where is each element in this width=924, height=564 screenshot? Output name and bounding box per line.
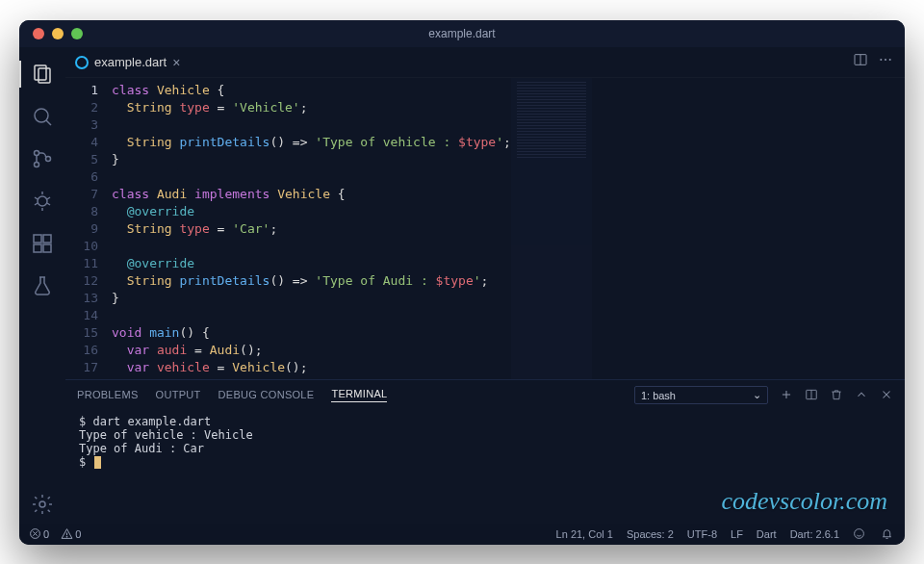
editor-actions	[853, 47, 905, 77]
svg-line-12	[35, 203, 38, 205]
dart-file-icon	[75, 56, 89, 69]
status-bar: 0 0 Ln 21, Col 1 Spaces: 2 UTF-8 LF Dart…	[19, 524, 905, 545]
svg-line-10	[35, 197, 38, 199]
kill-terminal-icon[interactable]	[830, 388, 843, 403]
status-encoding[interactable]: UTF-8	[687, 528, 717, 540]
panel-close-icon[interactable]	[880, 388, 893, 403]
svg-rect-17	[43, 235, 51, 243]
split-terminal-icon[interactable]	[805, 388, 818, 403]
split-editor-icon[interactable]	[853, 52, 868, 71]
svg-point-5	[35, 162, 39, 167]
status-language[interactable]: Dart	[757, 528, 777, 540]
status-errors[interactable]: 0	[29, 527, 49, 540]
notifications-icon[interactable]	[881, 527, 895, 540]
editor-main: example.dart × 1234567891011121314151617…	[65, 47, 905, 524]
explorer-icon[interactable]	[19, 55, 65, 93]
svg-point-35	[855, 529, 864, 539]
svg-rect-15	[34, 244, 41, 252]
panel-maximize-icon[interactable]	[855, 388, 868, 403]
search-icon[interactable]	[19, 97, 65, 136]
svg-point-18	[39, 501, 45, 507]
svg-point-4	[35, 150, 39, 155]
panel-tabs: PROBLEMS OUTPUT DEBUG CONSOLE TERMINAL 1…	[65, 380, 905, 411]
svg-line-13	[47, 197, 50, 199]
activity-bar	[19, 47, 65, 524]
code-editor[interactable]: 1234567891011121314151617181920 class Ve…	[65, 78, 905, 379]
bottom-panel: PROBLEMS OUTPUT DEBUG CONSOLE TERMINAL 1…	[65, 379, 905, 524]
chevron-down-icon: ⌄	[753, 389, 761, 401]
minimap[interactable]	[511, 78, 592, 379]
maximize-window-button[interactable]	[71, 28, 83, 39]
code-content[interactable]: class Vehicle { String type = 'Vehicle';…	[112, 78, 511, 379]
panel-tab-terminal[interactable]: TERMINAL	[331, 388, 387, 402]
svg-point-6	[46, 156, 51, 161]
status-indentation[interactable]: Spaces: 2	[627, 528, 674, 540]
debug-icon[interactable]	[19, 182, 65, 220]
minimize-window-button[interactable]	[52, 28, 64, 39]
flask-icon[interactable]	[19, 267, 65, 305]
svg-rect-14	[34, 235, 41, 243]
svg-point-23	[889, 59, 891, 61]
svg-point-22	[885, 59, 886, 61]
svg-point-7	[38, 196, 47, 206]
editor-tabs: example.dart ×	[65, 47, 905, 78]
terminal-selector[interactable]: 1: bash ⌄	[634, 386, 768, 404]
titlebar: example.dart	[19, 20, 905, 47]
more-actions-icon[interactable]	[878, 52, 893, 71]
terminal-output[interactable]: $ dart example.dartType of vehicle : Veh…	[65, 411, 905, 524]
vscode-window: example.dart	[19, 20, 905, 545]
svg-point-34	[66, 536, 67, 537]
svg-rect-16	[43, 244, 51, 252]
new-terminal-icon[interactable]	[780, 388, 793, 403]
terminal-selector-label: 1: bash	[641, 390, 676, 401]
settings-gear-icon[interactable]	[19, 485, 65, 524]
status-eol[interactable]: LF	[731, 528, 743, 540]
close-window-button[interactable]	[33, 28, 44, 39]
window-title: example.dart	[19, 27, 905, 40]
panel-tab-output[interactable]: OUTPUT	[156, 389, 201, 402]
tab-label: example.dart	[94, 55, 167, 69]
panel-tab-debug[interactable]: DEBUG CONSOLE	[218, 389, 315, 402]
extensions-icon[interactable]	[19, 224, 65, 263]
file-tab[interactable]: example.dart ×	[65, 47, 190, 77]
status-sdk[interactable]: Dart: 2.6.1	[790, 528, 839, 540]
editor-body: example.dart × 1234567891011121314151617…	[19, 47, 905, 524]
source-control-icon[interactable]	[19, 140, 65, 178]
svg-line-3	[46, 120, 51, 125]
tab-close-icon[interactable]: ×	[172, 55, 180, 70]
feedback-icon[interactable]	[853, 527, 867, 540]
svg-point-21	[880, 59, 882, 61]
line-numbers: 1234567891011121314151617181920	[65, 78, 112, 379]
window-controls	[19, 28, 83, 39]
panel-tab-problems[interactable]: PROBLEMS	[77, 389, 139, 402]
svg-point-2	[35, 109, 48, 122]
status-cursor-position[interactable]: Ln 21, Col 1	[556, 528, 613, 540]
status-warnings[interactable]: 0	[61, 527, 81, 540]
svg-line-11	[47, 203, 50, 205]
